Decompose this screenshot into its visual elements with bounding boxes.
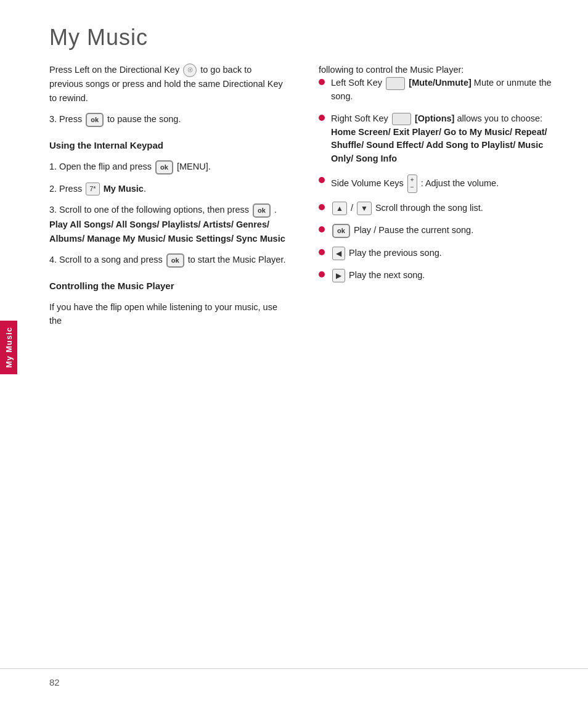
list-item-next: ▶ Play the next song. — [319, 269, 563, 282]
step3b-prefix: 3. Scroll to one of the following option… — [49, 205, 249, 215]
bullet-content-7: ▶ Play the next song. — [331, 269, 563, 282]
mute-unmute-label: [Mute/Unmute] — [409, 78, 472, 88]
ok-icon-scroll: ok — [253, 203, 271, 218]
step1-open-flip: 1. Open the flip and press ok [MENU]. — [49, 160, 288, 174]
step2-my-music: 2. Press 7* My Music. — [49, 182, 288, 196]
step2-prefix: 2. Press — [49, 184, 82, 194]
key-7-icon: 7* — [86, 183, 99, 195]
bullet-dot-5 — [319, 226, 325, 232]
section-heading-internal-keypad: Using the Internal Keypad — [49, 138, 288, 152]
prev-song-icon: ◀ — [332, 247, 345, 260]
right-column: following to control the Music Player: L… — [306, 63, 563, 335]
section-heading-controlling: Controlling the Music Player — [49, 279, 288, 293]
step3-scroll: 3. Scroll to one of the following option… — [49, 203, 288, 245]
step3b-bold: Play All Songs/ All Songs/ Playlists/ Ar… — [49, 220, 285, 243]
menu-ok-icon: ok — [155, 160, 173, 174]
ok-key-icon: ok — [86, 113, 104, 127]
content-area: Press Left on the Directional Key ☉ to g… — [0, 63, 588, 335]
list-item-previous: ◀ Play the previous song. — [319, 247, 563, 260]
bullet-list: Left Soft Key [Mute/Unmute] Mute or unmu… — [319, 76, 563, 282]
bullet-content-4: ▲ / ▼ Scroll through the song list. — [331, 202, 563, 215]
bullet-dot-1 — [319, 79, 325, 85]
up-arrow-icon: ▲ — [332, 202, 347, 215]
options-label: [Options] — [415, 113, 454, 123]
side-volume-label: Side Volume Keys — [331, 178, 406, 188]
right-soft-key-label: Right Soft Key — [331, 113, 391, 123]
intro-text: Press Left on the Directional Key — [49, 65, 179, 75]
list-item-side-volume: Side Volume Keys +− : Adjust the volume. — [319, 174, 563, 193]
step3b-suffix: . — [274, 205, 277, 215]
step4-start: 4. Scroll to a song and press ok to star… — [49, 253, 288, 268]
bullet-dot-7 — [319, 271, 325, 277]
step3-suffix: to pause the song. — [107, 114, 181, 124]
bullet-dot-3 — [319, 177, 325, 183]
step4-prefix: 4. Scroll to a song and press — [49, 255, 163, 265]
intro-paragraph: Press Left on the Directional Key ☉ to g… — [49, 63, 288, 105]
step4-suffix: to start the Music Player. — [188, 255, 286, 265]
step2-suffix: . — [144, 184, 146, 194]
step3-prefix: 3. Press — [49, 114, 82, 124]
left-soft-key-icon — [386, 77, 405, 90]
right-intro: following to control the Music Player: — [319, 63, 563, 76]
list-item-left-soft-key: Left Soft Key [Mute/Unmute] Mute or unmu… — [319, 76, 563, 104]
controlling-text: If you have the flip open while listenin… — [49, 300, 288, 328]
ok-play-pause-icon: ok — [332, 224, 350, 238]
down-arrow-icon: ▼ — [357, 202, 372, 215]
side-vol-icon: +− — [407, 174, 417, 193]
ok-icon-start: ok — [166, 253, 184, 268]
directional-key-icon: ☉ — [183, 64, 197, 77]
prev-song-text: Play the previous song. — [349, 248, 442, 258]
step3-pause: 3. Press ok to pause the song. — [49, 112, 288, 127]
step1-prefix: 1. Open the flip and press — [49, 162, 152, 171]
list-item-play-pause: ok Play / Pause the current song. — [319, 224, 563, 238]
bottom-divider — [0, 668, 588, 669]
slash-separator: / — [351, 203, 356, 213]
bullet-content-6: ◀ Play the previous song. — [331, 247, 563, 260]
bullet-content-2: Right Soft Key [Options] allows you to c… — [331, 112, 563, 166]
side-tab: My Music — [0, 321, 17, 374]
scroll-text: Scroll through the song list. — [375, 203, 483, 213]
bullet-dot-6 — [319, 249, 325, 255]
step1-suffix: [MENU]. — [177, 162, 211, 171]
bullet-content-3: Side Volume Keys +− : Adjust the volume. — [331, 174, 563, 193]
options-bold-text: Home Screen/ Exit Player/ Go to My Music… — [331, 127, 547, 164]
bullet-content-5: ok Play / Pause the current song. — [331, 224, 563, 238]
bullet-dot-4 — [319, 204, 325, 210]
step2-bold: My Music — [104, 184, 144, 194]
list-item-scroll: ▲ / ▼ Scroll through the song list. — [319, 202, 563, 215]
right-soft-key-icon — [392, 113, 411, 126]
bullet-dot-2 — [319, 115, 325, 121]
page-title: My Music — [0, 0, 588, 63]
side-volume-text: : Adjust the volume. — [421, 178, 499, 188]
left-column: Press Left on the Directional Key ☉ to g… — [49, 63, 306, 335]
page-number: 82 — [49, 677, 60, 688]
bullet-content-1: Left Soft Key [Mute/Unmute] Mute or unmu… — [331, 76, 563, 104]
options-text: allows you to choose: — [457, 113, 542, 123]
next-song-icon: ▶ — [332, 269, 345, 282]
play-pause-text: Play / Pause the current song. — [354, 225, 473, 235]
left-soft-key-label: Left Soft Key — [331, 78, 385, 88]
next-song-text: Play the next song. — [349, 270, 425, 280]
side-tab-label: My Music — [4, 327, 14, 368]
list-item-right-soft-key: Right Soft Key [Options] allows you to c… — [319, 112, 563, 166]
